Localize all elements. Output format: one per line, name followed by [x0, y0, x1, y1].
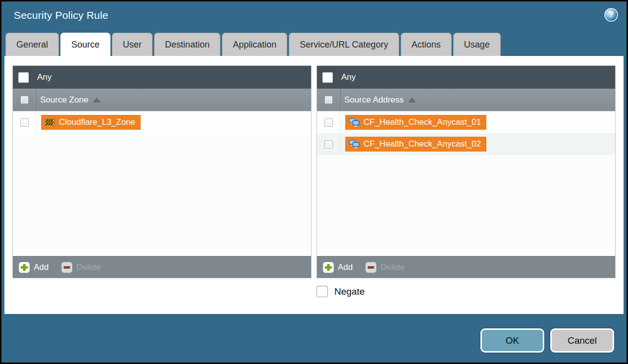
- sort-ascending-icon[interactable]: [408, 98, 416, 103]
- add-address-button[interactable]: Add: [323, 262, 353, 273]
- delete-address-button[interactable]: Delete: [366, 262, 405, 273]
- zone-icon: [45, 118, 55, 126]
- source-address-panel: Any Source Address: [316, 65, 616, 278]
- address-entry[interactable]: CF_Health_Check_Anycast_02: [345, 137, 486, 152]
- source-address-any-label: Any: [341, 72, 356, 82]
- tab-source[interactable]: Source: [60, 33, 110, 56]
- source-address-row-checkbox[interactable]: [324, 118, 333, 127]
- source-zone-column-header[interactable]: Source Zone: [13, 89, 311, 111]
- row-checkbox-cell: [13, 111, 37, 133]
- address-group-icon: [349, 118, 360, 127]
- source-zone-panel: Any Source Zone: [12, 65, 312, 278]
- minus-icon: [366, 262, 376, 273]
- cancel-button[interactable]: Cancel: [550, 328, 614, 353]
- source-tab-content: Any Source Zone: [4, 56, 624, 314]
- source-address-any-checkbox[interactable]: [322, 72, 333, 83]
- table-row[interactable]: Cloudflare_L3_Zone: [13, 111, 311, 133]
- negate-checkbox[interactable]: [316, 286, 328, 297]
- tab-destination[interactable]: Destination: [154, 33, 220, 56]
- row-checkbox-cell: [317, 133, 341, 155]
- source-address-column-header[interactable]: Source Address: [317, 89, 615, 111]
- tab-general[interactable]: General: [5, 33, 59, 56]
- source-zone-list: Cloudflare_L3_Zone: [13, 111, 311, 256]
- source-address-select-all-cell: [317, 89, 341, 111]
- zone-entry[interactable]: Cloudflare_L3_Zone: [41, 115, 141, 130]
- source-address-footer: Add Delete: [317, 256, 615, 278]
- tab-actions[interactable]: Actions: [401, 33, 452, 56]
- tab-application[interactable]: Application: [222, 33, 287, 56]
- dialog-titlebar: Security Policy Rule ?: [1, 1, 627, 31]
- source-address-list: CF_Health_Check_Anycast_01: [317, 111, 615, 256]
- source-zone-any-bar: Any: [13, 66, 311, 89]
- table-row[interactable]: CF_Health_Check_Anycast_01: [317, 111, 615, 133]
- source-zone-any-label: Any: [37, 72, 52, 82]
- sort-ascending-icon[interactable]: [93, 98, 101, 103]
- source-address-any-bar: Any: [317, 66, 615, 89]
- dialog-footer: OK Cancel: [480, 328, 614, 353]
- source-address-row-checkbox[interactable]: [324, 140, 333, 149]
- source-zone-any-checkbox[interactable]: [18, 72, 29, 83]
- source-zone-column-title: Source Zone: [40, 95, 88, 105]
- tab-bar: General Source User Destination Applicat…: [5, 31, 627, 56]
- plus-icon: [323, 262, 334, 273]
- negate-label: Negate: [334, 286, 365, 297]
- address-entry-label: CF_Health_Check_Anycast_01: [364, 117, 481, 127]
- source-address-select-all-checkbox[interactable]: [324, 96, 333, 104]
- source-zone-select-all-checkbox[interactable]: [20, 96, 29, 104]
- plus-icon: [19, 262, 30, 273]
- table-row[interactable]: CF_Health_Check_Anycast_02: [317, 133, 615, 155]
- source-zone-select-all-cell: [13, 89, 37, 111]
- row-checkbox-cell: [317, 111, 341, 133]
- tab-service-url-category[interactable]: Service/URL Category: [289, 33, 399, 56]
- source-zone-row-checkbox[interactable]: [20, 118, 29, 127]
- address-entry[interactable]: CF_Health_Check_Anycast_01: [345, 115, 486, 130]
- add-zone-button[interactable]: Add: [19, 262, 49, 273]
- dialog-title: Security Policy Rule: [14, 9, 108, 21]
- source-address-column-title: Source Address: [344, 95, 404, 105]
- address-entry-label: CF_Health_Check_Anycast_02: [364, 139, 481, 149]
- security-policy-rule-dialog: Security Policy Rule ? General Source Us…: [0, 0, 628, 364]
- delete-zone-button[interactable]: Delete: [61, 262, 101, 273]
- zone-entry-label: Cloudflare_L3_Zone: [59, 117, 135, 127]
- tab-usage[interactable]: Usage: [453, 33, 501, 56]
- address-group-icon: [349, 140, 360, 149]
- source-zone-footer: Add Delete: [13, 256, 311, 278]
- tab-user[interactable]: User: [112, 33, 153, 56]
- help-icon[interactable]: ?: [604, 8, 618, 22]
- minus-icon: [61, 262, 72, 273]
- ok-button[interactable]: OK: [480, 328, 544, 353]
- negate-row: Negate: [316, 286, 616, 297]
